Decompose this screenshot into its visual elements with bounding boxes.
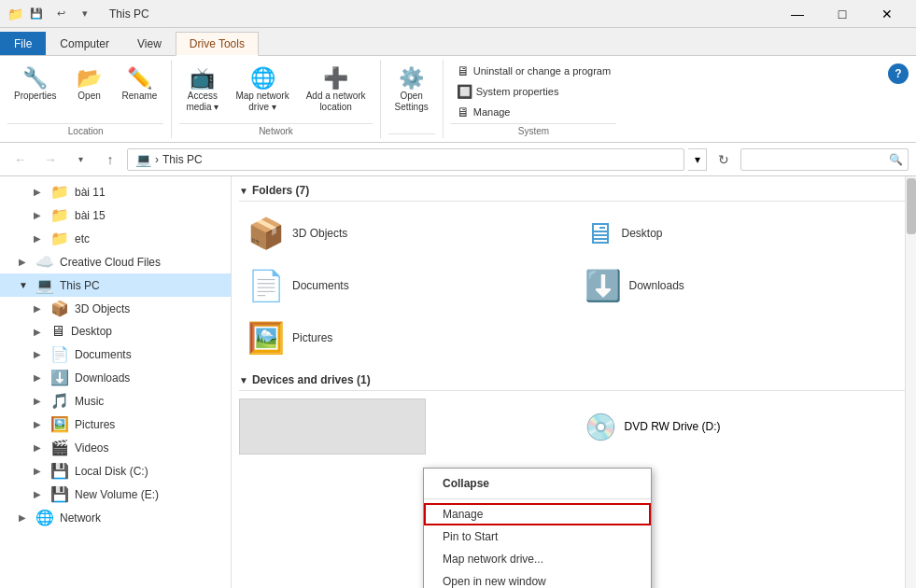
help-area: ? [881, 60, 916, 138]
folder-pictures[interactable]: 🖼️ Pictures [239, 314, 572, 362]
map-network-icon: 🌐 [250, 68, 275, 89]
sidebar-item-this-pc[interactable]: ▼ 💻 This PC [0, 273, 231, 297]
sidebar-item-documents[interactable]: ▶ 📄 Documents [0, 343, 231, 366]
sidebar-item-videos[interactable]: ▶ 🎬 Videos [0, 436, 231, 459]
sidebar-label-pictures: Pictures [75, 418, 115, 431]
ctx-item-pin-start[interactable]: Pin to Start [424, 525, 651, 548]
rename-icon: ✏️ [127, 68, 152, 89]
tab-drive-tools[interactable]: Drive Tools [176, 32, 259, 56]
up-button[interactable]: ↑ [97, 147, 123, 173]
sidebar: ▶ 📁 bài 11 ▶ 📁 bài 15 ▶ 📁 etc ▶ ☁️ Creat… [0, 176, 232, 588]
dvd-drive[interactable]: 💿 DVD RW Drive (D:) [576, 399, 909, 455]
ctx-header-collapse: Collapse [424, 472, 651, 495]
folder-downloads[interactable]: ⬇️ Downloads [576, 261, 909, 310]
ribbon-group-settings-items: ⚙️ OpenSettings [388, 60, 435, 133]
tab-computer[interactable]: Computer [46, 32, 123, 55]
sidebar-item-desktop[interactable]: ▶ 🖥 Desktop [0, 320, 231, 343]
manage-ribbon-button[interactable]: 🖥 Manage [451, 103, 516, 121]
local-disk-icon: 💾 [50, 462, 69, 480]
ctx-item-open-window[interactable]: Open in new window [424, 570, 651, 588]
scrollbar[interactable] [905, 176, 916, 588]
tab-view[interactable]: View [123, 32, 176, 55]
ribbon-tabs: File Computer View Drive Tools [0, 28, 916, 55]
address-path[interactable]: 💻 › This PC [127, 148, 684, 171]
dvd-label: DVD RW Drive (D:) [625, 420, 721, 433]
folder-label-pictures: Pictures [292, 331, 332, 344]
system-props-label: System properties [476, 86, 559, 97]
address-bar: ← → ▾ ↑ 💻 › This PC ▾ ↻ 🔍 [0, 143, 916, 176]
tab-file[interactable]: File [0, 32, 46, 55]
sidebar-label-music: Music [75, 395, 104, 408]
undo-button[interactable]: ↩ [49, 3, 72, 25]
sidebar-item-creative-cloud[interactable]: ▶ ☁️ Creative Cloud Files [0, 250, 231, 273]
sidebar-item-downloads[interactable]: ▶ ⬇️ Downloads [0, 366, 231, 389]
ribbon-group-system: 🖥 Uninstall or change a program 🔲 System… [444, 60, 624, 138]
folder-3d-objects[interactable]: 📦 3D Objects [239, 209, 572, 258]
folder-label-3d: 3D Objects [292, 227, 347, 240]
new-volume-icon: 💾 [50, 485, 69, 503]
expand-arrow-3d: ▶ [34, 303, 45, 314]
ctx-item-map-drive[interactable]: Map network drive... [424, 548, 651, 570]
main-layout: ▶ 📁 bài 11 ▶ 📁 bài 15 ▶ 📁 etc ▶ ☁️ Creat… [0, 176, 916, 588]
pc-icon: 💻 [35, 276, 54, 294]
open-icon: 📂 [77, 68, 102, 89]
expand-arrow-new-volume: ▶ [34, 489, 45, 499]
ribbon-content: 🔧 Properties 📂 Open ✏️ Rename Location 📺 [0, 55, 916, 142]
folder-label-downloads: Downloads [629, 279, 684, 292]
network-group-label: Network [179, 123, 372, 138]
sidebar-item-new-volume[interactable]: ▶ 💾 New Volume (E:) [0, 483, 231, 506]
maximize-button[interactable]: □ [821, 0, 864, 28]
customize-button[interactable]: ▾ [74, 3, 96, 25]
open-settings-button[interactable]: ⚙️ OpenSettings [388, 63, 435, 118]
sidebar-item-local-disk[interactable]: ▶ 💾 Local Disk (C:) [0, 459, 231, 483]
access-media-button[interactable]: 📺 Accessmedia ▾ [179, 63, 225, 118]
search-input[interactable] [740, 148, 909, 171]
system-props-icon: 🔲 [457, 84, 472, 99]
save-button[interactable]: 💾 [25, 3, 48, 25]
sidebar-item-bai11[interactable]: ▶ 📁 bài 11 [0, 180, 231, 203]
recent-button[interactable]: ▾ [67, 147, 93, 173]
search-icon: 🔍 [889, 153, 903, 166]
folder-desktop[interactable]: 🖥 Desktop [576, 209, 909, 258]
sidebar-label-etc: etc [75, 232, 90, 245]
folder-label-desktop: Desktop [622, 227, 663, 240]
forward-button[interactable]: → [37, 147, 63, 173]
settings-label: OpenSettings [395, 91, 429, 113]
settings-group-label [388, 133, 435, 138]
refresh-button[interactable]: ↻ [711, 147, 737, 173]
sidebar-item-network[interactable]: ▶ 🌐 Network [0, 506, 231, 529]
sidebar-item-bai15[interactable]: ▶ 📁 bài 15 [0, 203, 231, 227]
map-network-button[interactable]: 🌐 Map networkdrive ▾ [229, 63, 295, 118]
help-button[interactable]: ? [888, 63, 909, 84]
location-group-label: Location [7, 123, 163, 138]
access-media-label: Accessmedia ▾ [186, 91, 218, 113]
sidebar-item-3d-objects[interactable]: ▶ 📦 3D Objects [0, 297, 231, 320]
folder-documents[interactable]: 📄 Documents [239, 261, 572, 310]
sidebar-item-pictures[interactable]: ▶ 🖼️ Pictures [0, 413, 231, 436]
ctx-item-manage[interactable]: Manage [424, 503, 651, 525]
close-button[interactable]: ✕ [866, 0, 909, 28]
back-button[interactable]: ← [7, 147, 34, 173]
devices-toggle[interactable]: ▼ [239, 375, 248, 385]
folder-icon-downloads-content: ⬇️ [585, 268, 622, 303]
minimize-button[interactable]: — [776, 0, 819, 28]
sidebar-item-etc[interactable]: ▶ 📁 etc [0, 227, 231, 250]
address-dropdown[interactable]: ▾ [688, 148, 707, 171]
context-menu: Collapse Manage Pin to Start Map network… [423, 468, 652, 588]
system-props-button[interactable]: 🔲 System properties [451, 82, 565, 101]
search-wrap: 🔍 [740, 148, 909, 171]
sidebar-item-music[interactable]: ▶ 🎵 Music [0, 389, 231, 413]
uninstall-button[interactable]: 🖥 Uninstall or change a program [451, 62, 616, 80]
open-button[interactable]: 📂 Open [67, 63, 112, 106]
scroll-thumb [907, 178, 916, 234]
folder-icon-documents-content: 📄 [247, 268, 285, 303]
properties-button[interactable]: 🔧 Properties [7, 63, 63, 106]
path-separator: › [155, 153, 159, 166]
properties-label: Properties [14, 91, 57, 102]
folder-icon-small: 📁 [7, 7, 23, 21]
rename-button[interactable]: ✏️ Rename [116, 63, 164, 106]
add-network-icon: ➕ [323, 68, 348, 89]
pictures-icon: 🖼️ [50, 415, 69, 433]
add-network-button[interactable]: ➕ Add a networklocation [300, 63, 373, 118]
folders-toggle[interactable]: ▼ [239, 186, 248, 196]
